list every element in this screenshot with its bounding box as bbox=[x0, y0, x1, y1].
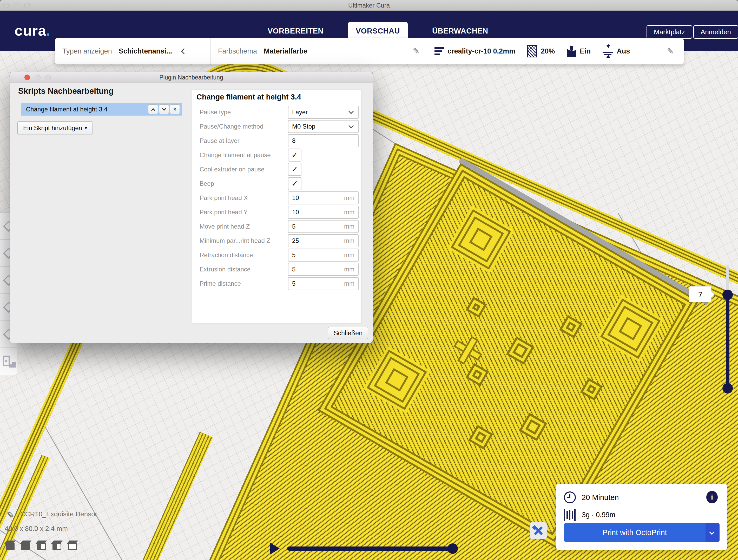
color-scheme-value[interactable]: Materialfarbe bbox=[264, 47, 307, 55]
script-settings-panel: Change filament at height 3.4 Pause type… bbox=[192, 90, 361, 324]
window-title: Ultimaker Cura bbox=[0, 0, 738, 11]
remove-script-button[interactable]: × bbox=[170, 104, 180, 114]
layer-slider-range[interactable] bbox=[726, 295, 729, 388]
input-minimum-par-rint-head-z[interactable]: 25mm bbox=[288, 234, 359, 247]
input-park-print-head-x[interactable]: 10mm bbox=[288, 191, 359, 204]
collapse-chevron-icon[interactable] bbox=[181, 48, 187, 54]
cura-logo: cura. bbox=[15, 22, 51, 39]
cura-app-window: × Ultimaker Cura cura. VORBEREITENVORSCH… bbox=[0, 0, 738, 560]
logo-dot: . bbox=[46, 22, 51, 39]
checkbox-change-filament-at-pause[interactable]: ✓ bbox=[288, 148, 301, 161]
add-script-button[interactable]: Ein Skript hinzufügen ▾ bbox=[17, 121, 93, 135]
view-cube-button-2[interactable] bbox=[21, 543, 30, 551]
form-row-label: Minimum par...rint head Z bbox=[200, 234, 270, 247]
adhesion-value: Aus bbox=[617, 47, 630, 55]
close-dialog-button[interactable]: Schließen bbox=[328, 327, 368, 339]
input-retraction-distance[interactable]: 5mm bbox=[288, 248, 359, 261]
color-scheme-section[interactable]: Farbschema Materialfarbe ✎ bbox=[211, 38, 427, 64]
playback-slider-handle[interactable] bbox=[447, 543, 458, 554]
tab-vorbereiten[interactable]: VORBEREITEN bbox=[260, 22, 331, 40]
view-cube-button-4[interactable] bbox=[52, 543, 61, 551]
chevron-up-icon bbox=[151, 108, 155, 112]
edit-pencil-icon[interactable]: ✎ bbox=[413, 46, 420, 56]
selected-script-row[interactable]: Change filament at height 3.4 × bbox=[21, 103, 182, 116]
input-extrusion-distance[interactable]: 5mm bbox=[288, 263, 359, 276]
form-row: Cool extruder on pause✓ bbox=[192, 163, 361, 177]
checkbox-beep[interactable]: ✓ bbox=[288, 177, 301, 190]
input-prime-distance[interactable]: 5mm bbox=[288, 277, 359, 290]
print-options-dropdown[interactable] bbox=[706, 523, 720, 542]
support-value: Ein bbox=[580, 47, 591, 55]
view-cube-button-5[interactable] bbox=[68, 543, 77, 551]
layer-slider-bottom-handle[interactable] bbox=[722, 383, 733, 394]
field-value: 5 bbox=[289, 223, 344, 230]
form-row: Beep✓ bbox=[192, 177, 361, 191]
adhesion-item[interactable]: Aus bbox=[603, 45, 630, 57]
form-row-label: Prime distance bbox=[200, 277, 241, 290]
form-row-label: Extrusion distance bbox=[200, 263, 251, 276]
infill-item[interactable]: 20% bbox=[527, 45, 555, 57]
field-unit: mm bbox=[344, 251, 358, 259]
qr-module bbox=[506, 336, 534, 365]
print-settings-section[interactable]: creality-cr-10 0.2mm 20% Ein Aus ✎ bbox=[427, 38, 684, 64]
info-icon[interactable]: i bbox=[706, 491, 718, 503]
input-park-print-head-y[interactable]: 10mm bbox=[288, 206, 359, 219]
current-layer-value: 7 bbox=[698, 290, 703, 299]
playback-slider-track[interactable] bbox=[287, 547, 453, 551]
chevron-down-icon bbox=[348, 123, 354, 128]
input-pause-at-layer[interactable]: 8 bbox=[288, 134, 359, 147]
post-processing-dialog: Plugin Nachbearbeitung Skripts Nachbearb… bbox=[10, 72, 373, 343]
dialog-titlebar[interactable]: Plugin Nachbearbeitung bbox=[10, 72, 373, 83]
form-row-label: Move print head Z bbox=[200, 220, 250, 233]
tab-vorschau[interactable]: VORSCHAU bbox=[348, 22, 408, 40]
printer-profile-value: creality-cr-10 0.2mm bbox=[447, 47, 515, 55]
marketplace-button[interactable]: Marktplatz bbox=[647, 25, 692, 39]
view-type-section[interactable]: Typen anzeigen Schichtenansi... bbox=[55, 38, 211, 64]
tab-überwachen[interactable]: ÜBERWACHEN bbox=[424, 22, 496, 40]
select-pause-type[interactable]: Layer bbox=[288, 106, 359, 119]
form-row-label: Pause/Change method bbox=[200, 120, 264, 133]
form-row-label: Beep bbox=[200, 177, 214, 190]
chevron-down-icon bbox=[709, 529, 715, 535]
chevron-down-icon bbox=[348, 109, 354, 114]
field-value: M0 Stop bbox=[289, 123, 349, 130]
layer-slider-top-handle[interactable] bbox=[722, 290, 733, 300]
sidebar-tool-support-blocker[interactable]: × bbox=[0, 348, 17, 375]
filament-icon bbox=[564, 509, 576, 521]
qr-finder-square bbox=[597, 295, 664, 363]
signin-button[interactable]: Anmelden bbox=[693, 25, 738, 39]
form-row-label: Park print head X bbox=[200, 191, 248, 204]
view-cube-button-1[interactable] bbox=[6, 543, 15, 551]
checkbox-cool-extruder-on-pause[interactable]: ✓ bbox=[288, 163, 301, 176]
clock-icon bbox=[564, 491, 576, 503]
rename-model-pencil-icon[interactable]: ✎ bbox=[7, 510, 14, 520]
print-with-octoprint-button[interactable]: Print with OctoPrint bbox=[564, 523, 720, 542]
select-pause-change-method[interactable]: M0 Stop bbox=[288, 120, 359, 133]
dialog-minimize-button[interactable] bbox=[35, 75, 41, 80]
play-button[interactable] bbox=[270, 542, 280, 555]
edit-settings-pencil-icon[interactable]: ✎ bbox=[667, 46, 674, 56]
input-move-print-head-z[interactable]: 5mm bbox=[288, 220, 359, 233]
support-item[interactable]: Ein bbox=[567, 45, 591, 57]
window-titlebar: Ultimaker Cura bbox=[0, 0, 738, 11]
view-cube-button-3[interactable] bbox=[37, 543, 46, 551]
model-dimensions: 40.0 x 80.0 x 2.4 mm bbox=[5, 525, 68, 533]
dialog-close-button[interactable] bbox=[24, 75, 30, 80]
current-layer-tooltip: 7 bbox=[689, 286, 712, 302]
script-settings-rows: Pause typeLayerPause/Change methodM0 Sto… bbox=[192, 106, 361, 292]
field-value: 5 bbox=[289, 266, 344, 273]
view-type-value[interactable]: Schichtenansi... bbox=[119, 47, 172, 55]
field-unit: mm bbox=[344, 208, 358, 216]
qr-finder-square bbox=[363, 346, 431, 414]
field-value: 10 bbox=[289, 194, 344, 201]
move-script-up-button[interactable] bbox=[148, 104, 158, 114]
field-unit: mm bbox=[344, 280, 358, 287]
print-settings-tools-button[interactable] bbox=[529, 522, 547, 539]
profile-item[interactable]: creality-cr-10 0.2mm bbox=[434, 47, 515, 55]
dialog-zoom-button[interactable] bbox=[45, 75, 51, 80]
move-script-down-button[interactable] bbox=[159, 104, 169, 114]
adhesion-icon bbox=[603, 45, 613, 57]
form-row-label: Park print head Y bbox=[200, 206, 248, 219]
qr-module bbox=[468, 425, 493, 450]
form-row: Move print head Z5mm bbox=[192, 220, 361, 234]
